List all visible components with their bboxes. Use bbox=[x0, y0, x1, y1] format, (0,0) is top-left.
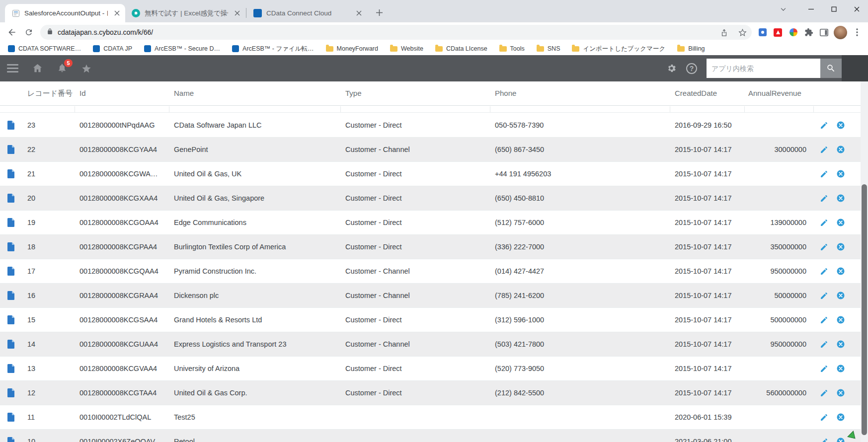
settings-gear-icon[interactable] bbox=[666, 63, 677, 74]
record-document-icon[interactable] bbox=[7, 169, 22, 178]
column-header-annual-revenue[interactable]: AnnualRevenue bbox=[744, 81, 813, 105]
scroll-down-arrow-icon[interactable] bbox=[847, 430, 860, 442]
record-document-icon[interactable] bbox=[7, 437, 22, 442]
column-header-id[interactable]: Id bbox=[75, 81, 169, 105]
adobe-pdf-extension-icon[interactable] bbox=[770, 24, 786, 41]
tab-search-chevron-icon[interactable] bbox=[772, 0, 794, 18]
new-tab-button[interactable] bbox=[372, 5, 387, 20]
page-scrollbar[interactable] bbox=[861, 55, 868, 442]
edit-record-button[interactable] bbox=[820, 121, 828, 130]
back-button[interactable] bbox=[3, 24, 20, 41]
column-header-type[interactable]: Type bbox=[340, 81, 490, 105]
record-number-cell[interactable]: 10 bbox=[22, 438, 75, 442]
record-number-cell[interactable]: 22 bbox=[22, 146, 75, 153]
bookmark-item[interactable]: MoneyForward bbox=[326, 45, 378, 52]
delete-record-button[interactable] bbox=[836, 267, 845, 276]
delete-record-button[interactable] bbox=[836, 169, 845, 178]
bookmark-star-icon[interactable] bbox=[735, 25, 749, 39]
delete-record-button[interactable] bbox=[836, 388, 845, 397]
record-document-icon[interactable] bbox=[7, 121, 22, 130]
record-document-icon[interactable] bbox=[7, 413, 22, 422]
record-number-cell[interactable]: 18 bbox=[22, 243, 75, 251]
record-number-cell[interactable]: 15 bbox=[22, 316, 75, 324]
extensions-puzzle-icon[interactable] bbox=[801, 24, 816, 41]
delete-record-button[interactable] bbox=[836, 145, 845, 154]
delete-record-button[interactable] bbox=[836, 291, 845, 300]
record-document-icon[interactable] bbox=[7, 267, 22, 276]
address-bar[interactable]: cdatajapan.s.cybozu.com/k/66/ bbox=[40, 25, 752, 40]
app-search-button[interactable] bbox=[820, 59, 842, 78]
edit-record-button[interactable] bbox=[820, 292, 828, 300]
edit-record-button[interactable] bbox=[820, 219, 828, 227]
delete-record-button[interactable] bbox=[836, 121, 845, 130]
bookmark-item[interactable]: Website bbox=[390, 45, 423, 52]
record-number-cell[interactable]: 20 bbox=[22, 194, 75, 202]
reload-button[interactable] bbox=[20, 24, 37, 41]
delete-record-button[interactable] bbox=[836, 315, 845, 324]
record-number-cell[interactable]: 21 bbox=[22, 170, 75, 178]
record-number-cell[interactable]: 13 bbox=[22, 365, 75, 372]
record-document-icon[interactable] bbox=[7, 364, 22, 373]
delete-record-button[interactable] bbox=[836, 242, 845, 251]
favorites-star-icon[interactable] bbox=[81, 63, 92, 74]
edit-record-button[interactable] bbox=[820, 389, 828, 397]
record-number-cell[interactable]: 11 bbox=[22, 413, 75, 421]
record-number-cell[interactable]: 16 bbox=[22, 292, 75, 299]
bookmark-item[interactable]: インポートしたブックマーク bbox=[572, 45, 665, 53]
record-document-icon[interactable] bbox=[7, 218, 22, 227]
record-document-icon[interactable] bbox=[7, 145, 22, 154]
share-icon[interactable] bbox=[717, 25, 731, 39]
bookmark-item[interactable]: Billing bbox=[677, 45, 705, 52]
help-icon[interactable]: ? bbox=[686, 63, 697, 74]
delete-record-button[interactable] bbox=[836, 340, 845, 349]
delete-record-button[interactable] bbox=[836, 413, 845, 422]
column-header-name[interactable]: Name bbox=[169, 81, 340, 105]
edit-record-button[interactable] bbox=[820, 365, 828, 373]
record-number-cell[interactable]: 17 bbox=[22, 267, 75, 275]
record-document-icon[interactable] bbox=[7, 315, 22, 324]
record-document-icon[interactable] bbox=[7, 194, 22, 203]
bookmark-item[interactable]: ArcESB™ - Secure D… bbox=[144, 45, 220, 52]
extension-color-icon[interactable] bbox=[786, 24, 801, 41]
minimize-button[interactable] bbox=[799, 0, 822, 18]
record-document-icon[interactable] bbox=[7, 388, 22, 397]
tab-excel-trial[interactable]: 無料で試す | Excel感覚で操作でき… bbox=[125, 4, 245, 22]
record-number-cell[interactable]: 19 bbox=[22, 219, 75, 226]
tab-salesforce-account-output[interactable]: SalesforceAccountOutput - レコ… bbox=[5, 4, 125, 22]
bookmark-item[interactable]: ArcESB™ - ファイル転… bbox=[232, 45, 314, 53]
tab-close-icon[interactable] bbox=[354, 9, 363, 18]
delete-record-button[interactable] bbox=[836, 364, 845, 373]
delete-record-button[interactable] bbox=[836, 194, 845, 203]
delete-record-button[interactable] bbox=[836, 218, 845, 227]
edit-record-button[interactable] bbox=[820, 243, 828, 251]
record-document-icon[interactable] bbox=[7, 291, 22, 300]
side-panel-icon[interactable] bbox=[816, 24, 832, 41]
edit-record-button[interactable] bbox=[820, 316, 828, 324]
record-number-cell[interactable]: 14 bbox=[22, 340, 75, 348]
record-number-cell[interactable]: 12 bbox=[22, 389, 75, 397]
bookmark-item[interactable]: CData LIcense bbox=[435, 45, 487, 52]
record-number-cell[interactable]: 23 bbox=[22, 121, 75, 129]
home-icon[interactable] bbox=[32, 63, 43, 74]
record-document-icon[interactable] bbox=[7, 242, 22, 251]
tab-close-icon[interactable] bbox=[233, 9, 241, 18]
tab-cdata-connect-cloud[interactable]: CData Connect Cloud bbox=[247, 4, 367, 22]
edit-record-button[interactable] bbox=[820, 146, 828, 154]
delete-record-button[interactable] bbox=[836, 437, 845, 442]
maximize-button[interactable] bbox=[822, 0, 845, 18]
extension-blue-icon[interactable] bbox=[755, 24, 770, 41]
profile-avatar[interactable] bbox=[834, 26, 847, 39]
chrome-menu-kebab-icon[interactable] bbox=[849, 24, 865, 41]
bookmark-item[interactable]: CDATA JP bbox=[93, 45, 132, 52]
tab-close-icon[interactable] bbox=[112, 9, 121, 18]
bookmark-item[interactable]: CDATA SOFTWARE… bbox=[8, 45, 81, 52]
notification-bell-icon[interactable]: 5 bbox=[57, 63, 68, 74]
edit-record-button[interactable] bbox=[820, 438, 828, 442]
hamburger-menu-icon[interactable] bbox=[7, 64, 18, 73]
edit-record-button[interactable] bbox=[820, 170, 828, 178]
bookmark-item[interactable]: Tools bbox=[499, 45, 525, 52]
record-document-icon[interactable] bbox=[7, 340, 22, 349]
scrollbar-thumb[interactable] bbox=[862, 184, 867, 435]
column-header-record-number[interactable]: レコード番号 bbox=[22, 81, 75, 105]
edit-record-button[interactable] bbox=[820, 267, 828, 276]
